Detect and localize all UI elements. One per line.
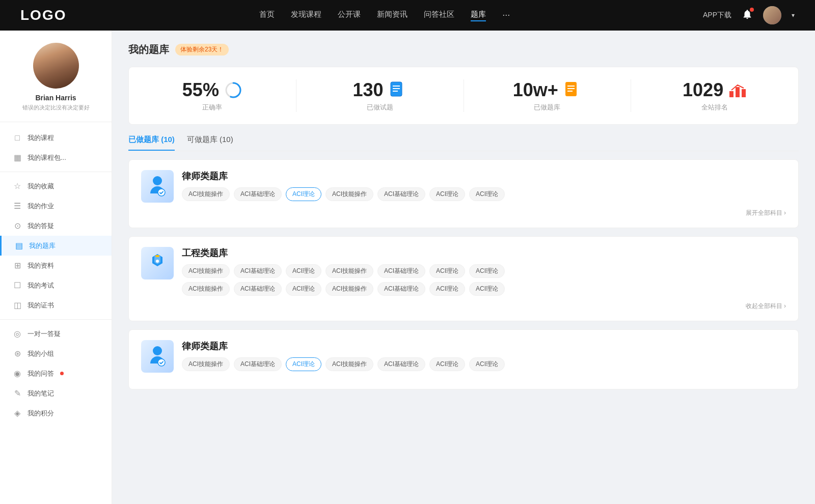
sidebar: Brian Harris 错误的决定比没有决定要好 □ 我的课程 ▦ 我的课程包… xyxy=(0,31,112,504)
lawyer2-tag-2[interactable]: ACI理论 xyxy=(286,357,321,371)
one-on-one-label: 一对一答疑 xyxy=(28,329,61,339)
sidebar-item-homework[interactable]: ☰ 我的作业 xyxy=(0,196,112,216)
engineer-tag-4[interactable]: ACI基础理论 xyxy=(377,264,425,278)
nav-link-discover[interactable]: 发现课程 xyxy=(291,10,321,21)
qbank-card-lawyer1: 律师类题库 ACI技能操作 ACI基础理论 ACI理论 ACI技能操作 ACI基… xyxy=(128,159,799,228)
engineer-tag-12[interactable]: ACI理论 xyxy=(429,282,465,296)
lawyer1-tag-5[interactable]: ACI理论 xyxy=(429,187,465,201)
sidebar-item-points[interactable]: ◈ 我的积分 xyxy=(0,403,112,423)
lawyer1-tag-1[interactable]: ACI基础理论 xyxy=(234,187,282,201)
sidebar-item-group[interactable]: ⊛ 我的小组 xyxy=(0,344,112,363)
sidebar-item-my-course[interactable]: □ 我的课程 xyxy=(0,128,112,148)
engineer-tag-5[interactable]: ACI理论 xyxy=(429,264,465,278)
lawyer1-tag-0[interactable]: ACI技能操作 xyxy=(182,187,230,201)
nav-avatar[interactable] xyxy=(763,6,781,24)
cert-label: 我的证书 xyxy=(28,301,54,310)
lawyer2-tag-3[interactable]: ACI技能操作 xyxy=(325,357,373,371)
engineer-tag-13[interactable]: ACI理论 xyxy=(469,282,505,296)
lawyer2-title: 律师类题库 xyxy=(182,340,505,352)
nav-link-qa[interactable]: 问答社区 xyxy=(424,10,454,21)
sidebar-item-my-course-pack[interactable]: ▦ 我的课程包... xyxy=(0,148,112,167)
avatar xyxy=(33,43,79,89)
svg-rect-11 xyxy=(729,91,734,97)
svg-rect-12 xyxy=(736,87,740,97)
profile-label: 我的资料 xyxy=(28,261,54,270)
sidebar-item-one-on-one[interactable]: ◎ 一对一答疑 xyxy=(0,324,112,344)
lawyer2-tag-4[interactable]: ACI基础理论 xyxy=(377,357,425,371)
lawyer2-tag-6[interactable]: ACI理论 xyxy=(469,357,505,371)
stat-questions-label: 已做试题 xyxy=(307,103,453,112)
stat-rank-value: 1029 xyxy=(683,79,723,101)
lawyer1-tag-4[interactable]: ACI基础理论 xyxy=(377,187,425,201)
sidebar-item-profile[interactable]: ⊞ 我的资料 xyxy=(0,256,112,275)
svg-point-18 xyxy=(153,346,162,355)
engineer-tag-2[interactable]: ACI理论 xyxy=(286,264,321,278)
sidebar-item-favorites[interactable]: ☆ 我的收藏 xyxy=(0,176,112,196)
engineer-tag-0[interactable]: ACI技能操作 xyxy=(182,264,230,278)
nav-logo[interactable]: LOGO xyxy=(20,7,66,23)
sidebar-item-qbank[interactable]: ▤ 我的题库 xyxy=(0,236,112,256)
homework-icon: ☰ xyxy=(12,201,22,211)
menu-divider-2 xyxy=(0,319,112,320)
engineer-tag-7[interactable]: ACI技能操作 xyxy=(182,282,230,296)
avatar-image xyxy=(33,43,79,89)
lawyer2-icon xyxy=(141,340,174,373)
lawyer2-tag-5[interactable]: ACI理论 xyxy=(429,357,465,371)
engineer-title: 工程类题库 xyxy=(182,247,786,259)
lawyer1-tag-6[interactable]: ACI理论 xyxy=(469,187,505,201)
favorites-label: 我的收藏 xyxy=(28,182,54,191)
stats-row: 55% 正确率 130 xyxy=(128,67,799,125)
exam-icon: ☐ xyxy=(12,281,22,290)
navbar: LOGO 首页 发现课程 公开课 新闻资讯 问答社区 题库 ··· APP下载 … xyxy=(0,0,815,31)
cert-icon: ◫ xyxy=(12,300,22,310)
qbank-card-lawyer2: 律师类题库 ACI技能操作 ACI基础理论 ACI理论 ACI技能操作 ACI基… xyxy=(128,329,799,389)
svg-rect-13 xyxy=(742,89,746,97)
nav-links: 首页 发现课程 公开课 新闻资讯 问答社区 题库 ··· xyxy=(259,10,510,21)
nav-chevron-icon[interactable]: ▾ xyxy=(792,12,795,19)
lawyer1-tag-2[interactable]: ACI理论 xyxy=(286,187,321,201)
nav-bell-button[interactable] xyxy=(742,9,753,22)
notes-label: 我的笔记 xyxy=(28,389,54,398)
banks-icon xyxy=(563,81,582,99)
my-qa2-icon: ◉ xyxy=(12,369,22,378)
points-icon: ◈ xyxy=(12,408,22,418)
lawyer1-title: 律师类题库 xyxy=(182,170,505,182)
nav-dots[interactable]: ··· xyxy=(502,10,510,21)
trial-badge: 体验剩余23天！ xyxy=(175,44,229,55)
lawyer1-expand-link[interactable]: 展开全部科目 › xyxy=(141,209,786,217)
nav-link-open[interactable]: 公开课 xyxy=(338,10,361,21)
rank-icon xyxy=(728,81,747,99)
engineer-tag-10[interactable]: ACI技能操作 xyxy=(325,282,373,296)
sidebar-item-notes[interactable]: ✎ 我的笔记 xyxy=(0,383,112,403)
engineer-collapse-link[interactable]: 收起全部科目 › xyxy=(141,302,786,311)
my-course-label: 我的课程 xyxy=(28,133,54,143)
nav-link-qbank[interactable]: 题库 xyxy=(471,10,486,21)
engineer-tag-11[interactable]: ACI基础理论 xyxy=(377,282,425,296)
nav-link-news[interactable]: 新闻资讯 xyxy=(377,10,408,21)
nav-link-home[interactable]: 首页 xyxy=(259,10,275,21)
sidebar-item-my-qa2[interactable]: ◉ 我的问答 xyxy=(0,363,112,383)
engineer-tag-1[interactable]: ACI基础理论 xyxy=(234,264,282,278)
engineer-tag-3[interactable]: ACI技能操作 xyxy=(325,264,373,278)
engineer-tags-row2: ACI技能操作 ACI基础理论 ACI理论 ACI技能操作 ACI基础理论 AC… xyxy=(182,282,786,296)
lawyer1-tag-3[interactable]: ACI技能操作 xyxy=(325,187,373,201)
stat-banks: 10w+ 已做题库 xyxy=(464,79,632,112)
svg-rect-16 xyxy=(155,255,159,257)
engineer-tag-9[interactable]: ACI理论 xyxy=(286,282,321,296)
my-qa2-label: 我的问答 xyxy=(28,369,54,378)
page-header: 我的题库 体验剩余23天！ xyxy=(128,43,799,57)
sidebar-item-cert[interactable]: ◫ 我的证书 xyxy=(0,295,112,315)
tab-available-banks[interactable]: 可做题库 (10) xyxy=(187,135,233,151)
homework-label: 我的作业 xyxy=(28,202,54,211)
nav-app-download[interactable]: APP下载 xyxy=(703,11,731,20)
engineer-tag-6[interactable]: ACI理论 xyxy=(469,264,505,278)
sidebar-item-qa[interactable]: ⊙ 我的答疑 xyxy=(0,216,112,236)
lawyer2-tag-1[interactable]: ACI基础理论 xyxy=(234,357,282,371)
stat-questions: 130 已做试题 xyxy=(296,79,464,112)
sidebar-item-exam[interactable]: ☐ 我的考试 xyxy=(0,275,112,295)
engineer-tag-8[interactable]: ACI基础理论 xyxy=(234,282,282,296)
tab-done-banks[interactable]: 已做题库 (10) xyxy=(128,135,175,151)
lawyer2-tag-0[interactable]: ACI技能操作 xyxy=(182,357,230,371)
stat-accuracy-label: 正确率 xyxy=(139,103,286,112)
svg-point-15 xyxy=(158,189,165,196)
